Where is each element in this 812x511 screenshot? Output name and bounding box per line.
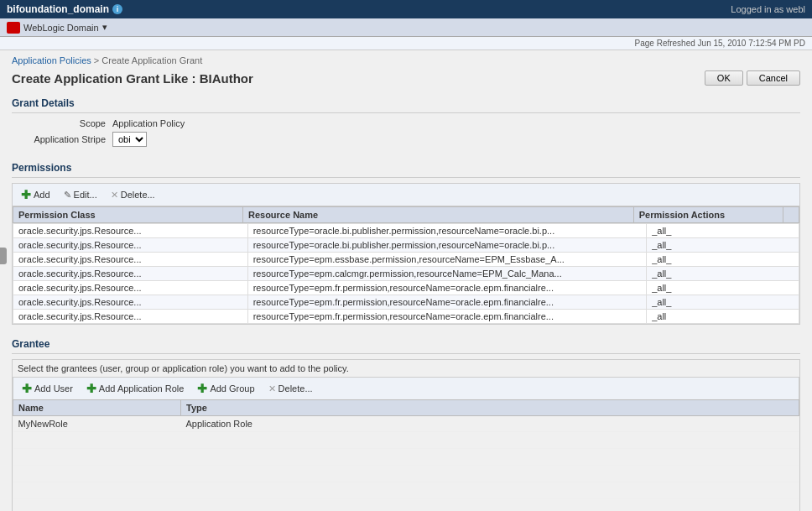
add-icon: ✚ [21, 188, 31, 201]
add-group-label: Add Group [210, 383, 254, 394]
perm-class: oracle.security.jps.Resource... [13, 310, 248, 324]
perm-class: oracle.security.jps.Resource... [13, 267, 248, 281]
weblogic-dropdown-icon[interactable]: ▾ [102, 22, 107, 33]
add-label: Add [34, 190, 50, 200]
breadcrumb-current: Create Application Grant [102, 55, 202, 65]
grantee-title: Grantee [12, 333, 800, 354]
perm-class: oracle.security.jps.Resource... [13, 253, 248, 267]
domain-title: bifoundation_domain i [7, 3, 122, 15]
stripe-select[interactable]: obi [112, 132, 147, 147]
perm-resource: resourceType=oracle.bi.publisher.permiss… [247, 238, 646, 253]
content-area: Grant Details Scope Application Policy A… [0, 92, 812, 511]
grantee-empty-rows [13, 432, 799, 512]
refresh-text: Page Refreshed Jun 15, 2010 7:12:54 PM P… [635, 39, 805, 48]
add-permission-button[interactable]: ✚ Add [18, 187, 54, 202]
edit-label: Edit... [74, 190, 97, 200]
grantee-name: MyNewRole [13, 416, 181, 432]
perm-resource: resourceType=oracle.bi.publisher.permiss… [247, 224, 646, 238]
stripe-label: Application Stripe [12, 134, 112, 144]
col-permission-class: Permission Class [13, 207, 243, 223]
add-group-icon: ✚ [197, 382, 207, 395]
permission-row[interactable]: oracle.security.jps.Resource... resource… [13, 281, 799, 295]
perm-class: oracle.security.jps.Resource... [13, 295, 248, 310]
sub-bar: WebLogic Domain ▾ [0, 18, 812, 37]
permission-row[interactable]: oracle.security.jps.Resource... resource… [13, 253, 799, 267]
perm-class: oracle.security.jps.Resource... [13, 224, 248, 238]
grantee-type: Application Role [181, 416, 799, 432]
perm-resource: resourceType=epm.fr.permission,resourceN… [247, 295, 646, 310]
info-icon[interactable]: i [112, 4, 122, 14]
perm-class: oracle.security.jps.Resource... [13, 281, 248, 295]
grant-details-section: Grant Details Scope Application Policy A… [12, 92, 800, 147]
weblogic-domain-menu[interactable]: WebLogic Domain ▾ [7, 22, 107, 34]
breadcrumb: Application Policies > Create Applicatio… [0, 50, 812, 67]
perm-resource: resourceType=epm.fr.permission,resourceN… [247, 310, 646, 324]
add-app-role-icon: ✚ [86, 382, 96, 395]
logged-in-text: Logged in as webl [731, 4, 805, 14]
delete-grantee-icon: ✕ [268, 383, 276, 394]
permissions-table: Permission Class Resource Name Permissio… [13, 206, 799, 223]
breadcrumb-separator: > [94, 55, 99, 65]
delete-grantee-button[interactable]: ✕ Delete... [265, 383, 316, 395]
perm-actions: _all_ [647, 295, 799, 310]
permission-row[interactable]: oracle.security.jps.Resource... resource… [13, 267, 799, 281]
action-buttons: OK Cancel [705, 70, 800, 86]
permissions-title: Permissions [12, 157, 800, 178]
grantee-table: Name Type MyNewRole Application Role [13, 399, 799, 511]
perm-resource: resourceType=epm.fr.permission,resourceN… [247, 281, 646, 295]
permission-row[interactable]: oracle.security.jps.Resource... resource… [13, 295, 799, 310]
add-user-button[interactable]: ✚ Add User [18, 381, 76, 396]
domain-name: bifoundation_domain [7, 3, 109, 15]
add-app-role-button[interactable]: ✚ Add Application Role [83, 381, 188, 396]
edit-permission-button[interactable]: ✎ Edit... [60, 189, 101, 201]
ok-button[interactable]: OK [705, 70, 743, 86]
grantee-col-name: Name [13, 400, 181, 416]
scope-label: Scope [12, 118, 112, 128]
permissions-table-scroll[interactable]: oracle.security.jps.Resource... resource… [13, 223, 799, 324]
refresh-bar: Page Refreshed Jun 15, 2010 7:12:54 PM P… [0, 37, 812, 50]
add-app-role-label: Add Application Role [99, 383, 185, 394]
edit-icon: ✎ [64, 190, 71, 201]
breadcrumb-parent[interactable]: Application Policies [12, 55, 91, 65]
stripe-row: Application Stripe obi [12, 132, 800, 147]
perm-resource: resourceType=epm.calcmgr.permission,reso… [247, 267, 646, 281]
delete-icon: ✕ [111, 190, 118, 201]
delete-label: Delete... [121, 190, 155, 200]
scope-row: Scope Application Policy [12, 118, 800, 128]
page-title-row: Create Application Grant Like : BIAuthor… [0, 67, 812, 92]
cancel-button[interactable]: Cancel [747, 70, 800, 86]
perm-class: oracle.security.jps.Resource... [13, 238, 248, 253]
permission-row[interactable]: oracle.security.jps.Resource... resource… [13, 310, 799, 324]
grantee-toolbar: ✚ Add User ✚ Add Application Role ✚ Add … [13, 377, 799, 399]
col-scroll-placeholder [783, 207, 799, 223]
perm-actions: _all_ [647, 253, 799, 267]
top-bar: bifoundation_domain i Logged in as webl [0, 0, 812, 18]
grantee-section: Grantee Select the grantees (user, group… [12, 333, 800, 511]
permissions-data-table: oracle.security.jps.Resource... resource… [13, 223, 799, 324]
weblogic-icon [7, 22, 20, 34]
weblogic-domain-label: WebLogic Domain [23, 23, 99, 33]
perm-actions: _all [647, 310, 799, 324]
grantee-table-area: Select the grantees (user, group or appl… [12, 359, 800, 511]
perm-actions: _all_ [647, 281, 799, 295]
grantee-hint: Select the grantees (user, group or appl… [13, 360, 799, 377]
permissions-section: Permissions ✚ Add ✎ Edit... ✕ Delete... … [12, 157, 800, 325]
col-resource-name: Resource Name [242, 207, 633, 223]
stripe-value: obi [112, 132, 147, 147]
permissions-table-wrapper: Permission Class Resource Name Permissio… [12, 206, 800, 325]
col-permission-actions: Permission Actions [633, 207, 783, 223]
grantee-row[interactable]: MyNewRole Application Role [13, 416, 799, 432]
permissions-toolbar: ✚ Add ✎ Edit... ✕ Delete... [12, 183, 800, 206]
permission-row[interactable]: oracle.security.jps.Resource... resource… [13, 224, 799, 238]
perm-resource: resourceType=epm.essbase.permission,reso… [247, 253, 646, 267]
delete-permission-button[interactable]: ✕ Delete... [107, 189, 159, 201]
grant-details-title: Grant Details [12, 92, 800, 113]
grantee-hint-text: Select the grantees (user, group or appl… [18, 363, 349, 373]
permission-row[interactable]: oracle.security.jps.Resource... resource… [13, 238, 799, 253]
add-user-label: Add User [34, 383, 73, 394]
grantee-col-type: Type [181, 400, 799, 416]
scope-value: Application Policy [112, 118, 185, 128]
add-user-icon: ✚ [22, 382, 32, 395]
add-group-button[interactable]: ✚ Add Group [194, 381, 258, 396]
left-arrow-indicator [0, 248, 7, 264]
